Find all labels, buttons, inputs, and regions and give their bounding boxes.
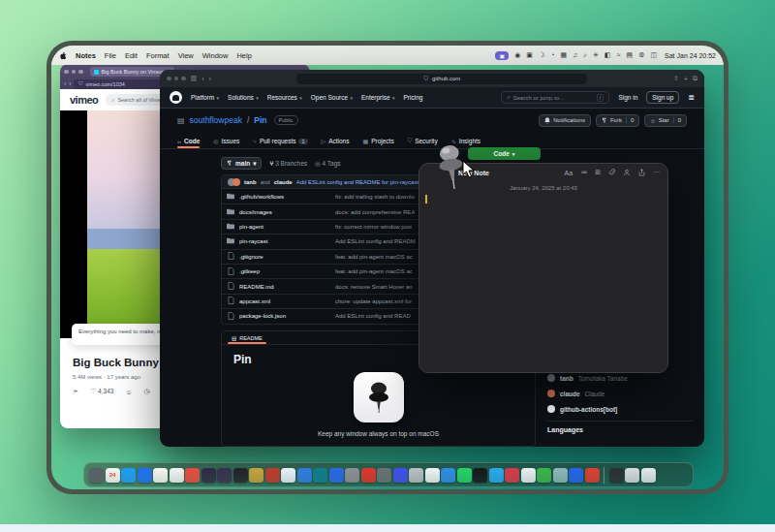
vimeo-logo[interactable]: vimeo xyxy=(70,94,98,106)
menu-app-name[interactable]: Notes xyxy=(76,51,96,60)
zoom-button[interactable] xyxy=(78,70,83,75)
status-icon[interactable]: ◉ xyxy=(514,51,520,59)
github-url-field[interactable]: ⛉ github.com xyxy=(296,74,587,84)
tab-security[interactable]: ⛉Security xyxy=(408,138,438,148)
dock-facetime[interactable] xyxy=(185,468,200,483)
menu-edit[interactable]: Edit xyxy=(125,51,138,60)
code-button[interactable]: Code▾ xyxy=(468,147,541,160)
contributor-row[interactable]: claude Claude xyxy=(547,386,693,401)
notes-titlebar[interactable]: New Note Aa ≔ ⊞ ⋯ xyxy=(419,164,667,181)
dock-preview[interactable] xyxy=(425,468,440,483)
close-button[interactable] xyxy=(167,77,171,81)
nav-pricing[interactable]: Pricing xyxy=(404,94,423,101)
star-button[interactable]: ☆ Star0 xyxy=(644,114,687,127)
dock-anki[interactable] xyxy=(537,468,551,483)
watch-later-icon[interactable]: ◷ xyxy=(144,388,150,395)
status-icon[interactable]: ✳ xyxy=(593,51,599,59)
nav-enterprise[interactable]: Enterprise ▾ xyxy=(361,94,395,101)
status-icon[interactable]: ⚙ xyxy=(638,51,644,59)
dock-final-cut[interactable] xyxy=(202,468,216,483)
reaction-icon[interactable]: ☺ xyxy=(125,389,132,395)
dock-thumbs[interactable] xyxy=(329,468,344,483)
share-icon[interactable]: ➣ xyxy=(73,388,78,395)
dock-discord[interactable] xyxy=(393,468,408,483)
back-icon[interactable]: ‹ xyxy=(202,76,203,82)
tab-readme[interactable]: ▤ README xyxy=(232,335,263,344)
status-icon[interactable]: ◔ xyxy=(550,51,554,59)
status-icon[interactable]: ▣ xyxy=(526,51,533,59)
like-button[interactable]: ♡ 4,343 xyxy=(90,388,114,395)
new-tab-icon[interactable]: + xyxy=(684,76,688,82)
tab-code[interactable]: ‹›Code xyxy=(177,138,200,148)
tab-issues[interactable]: ◎Issues xyxy=(213,138,239,148)
github-logo[interactable] xyxy=(170,91,182,104)
dock-settings[interactable] xyxy=(345,468,359,483)
tab-pull-requests[interactable]: ⑂Pull requests1 xyxy=(253,138,307,148)
commit-message-link[interactable]: docs: add comprehensive REA xyxy=(335,209,415,215)
back-icon[interactable]: ‹ xyxy=(64,80,66,87)
nav-open-source[interactable]: Open Source ▾ xyxy=(311,94,353,101)
sidebar-icon[interactable]: ▥ xyxy=(191,75,198,82)
checklist-icon[interactable]: ≔ xyxy=(580,169,587,176)
dock-music[interactable] xyxy=(505,468,519,483)
nav-menu-icon[interactable]: ≣ xyxy=(688,93,695,102)
dock-notion[interactable] xyxy=(233,468,248,483)
github-traffic-lights[interactable] xyxy=(167,77,186,81)
dock-motion[interactable] xyxy=(217,468,232,483)
zoom-button[interactable] xyxy=(181,77,186,81)
status-icon[interactable]: ◫ xyxy=(650,51,657,59)
vimeo-traffic-lights[interactable] xyxy=(64,70,83,75)
text-format-icon[interactable]: Aa xyxy=(565,170,574,176)
dock-orange-o[interactable] xyxy=(585,468,600,483)
github-search-input[interactable]: ⌕ Search or jump to... / xyxy=(501,91,609,104)
status-icon[interactable]: ≈ xyxy=(617,51,621,59)
repo-owner-link[interactable]: southflowpeak xyxy=(190,115,242,125)
fork-button[interactable]: Fork0 xyxy=(596,114,639,127)
notifications-button[interactable]: Notifications xyxy=(539,114,591,127)
dock-app-store[interactable] xyxy=(121,468,136,483)
apple-menu-icon[interactable] xyxy=(59,50,67,60)
paperclip-icon[interactable] xyxy=(608,169,615,176)
commit-message-link[interactable]: Add ESLint config and READ xyxy=(335,313,411,319)
dock-files-app[interactable] xyxy=(521,468,536,483)
dock-edge[interactable] xyxy=(441,468,455,483)
dock-mail[interactable] xyxy=(138,468,152,483)
tab-actions[interactable]: ▷Actions xyxy=(322,138,350,148)
dock-bluebox[interactable] xyxy=(569,468,583,483)
menu-help[interactable]: Help xyxy=(236,51,251,60)
collaborate-icon[interactable] xyxy=(623,169,631,176)
dock-siri[interactable] xyxy=(409,468,423,483)
dock-keynote[interactable] xyxy=(265,468,280,483)
commit-message-link[interactable]: feat: add pin-agent macOS ac xyxy=(335,254,413,260)
dock-freeform[interactable] xyxy=(281,468,295,483)
dock-chrome[interactable] xyxy=(170,468,184,483)
commit-message-link[interactable]: Add ESLint config and READM xyxy=(335,238,416,244)
dock-minimized-window[interactable] xyxy=(609,468,624,483)
repo-name-link[interactable]: Pin xyxy=(254,115,266,125)
commit-message-link[interactable]: docs: remove Smart Hover an xyxy=(335,284,413,290)
branches-link[interactable]: ⑂ 3 Branches xyxy=(269,160,307,167)
contributor-row[interactable]: github-actions[bot] xyxy=(547,401,693,417)
nav-platform[interactable]: Platform ▾ xyxy=(191,94,219,101)
dock-logic[interactable] xyxy=(249,468,264,483)
status-icon[interactable]: ▤ xyxy=(627,51,634,59)
dock-reminders[interactable] xyxy=(361,468,376,483)
more-icon[interactable]: ⋯ xyxy=(653,169,660,176)
dock-launchpad[interactable] xyxy=(89,468,104,483)
tab-projects[interactable]: ▦Projects xyxy=(363,138,394,148)
dock-window-app[interactable] xyxy=(377,468,391,483)
menu-window[interactable]: Window xyxy=(202,51,229,60)
share-icon[interactable] xyxy=(638,169,645,176)
note-body[interactable] xyxy=(419,203,667,372)
dock-notes-app[interactable] xyxy=(153,468,168,483)
dock-activity[interactable] xyxy=(473,468,487,483)
nav-resources[interactable]: Resources ▾ xyxy=(267,94,302,101)
share-icon[interactable]: ⇧ xyxy=(673,75,679,82)
minimize-button[interactable] xyxy=(72,70,77,75)
commit-message-link[interactable]: fix: add trailing slash to downlo xyxy=(335,194,415,200)
menu-view[interactable]: View xyxy=(178,51,194,60)
dock-minimized-doc[interactable] xyxy=(625,468,639,483)
dock-pages[interactable] xyxy=(297,468,312,483)
minimize-button[interactable] xyxy=(174,77,179,81)
dock-calendar[interactable]: 24 xyxy=(106,468,120,483)
